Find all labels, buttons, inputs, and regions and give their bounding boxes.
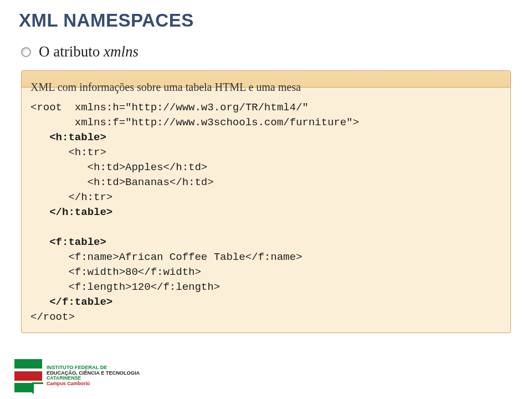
code-line	[30, 221, 37, 233]
circle-bullet-icon	[21, 47, 31, 57]
logo-corner	[32, 382, 43, 393]
ifc-logo-icon	[14, 359, 42, 392]
code-header-text: XML com informações sobre uma tabela HTM…	[30, 78, 502, 100]
code-line: </root>	[30, 311, 75, 323]
logo-band-green	[14, 359, 42, 369]
bullet-static: O atributo	[39, 43, 104, 60]
code-line: <h:td>Apples</h:td>	[30, 161, 207, 173]
footer-text: INSTITUTO FEDERAL DE EDUCAÇÃO, CIÊNCIA E…	[47, 365, 140, 387]
code-line: <h:tr>	[30, 146, 106, 158]
code-block: <root xmlns:h="http://www.w3.org/TR/html…	[30, 100, 502, 325]
code-line: xmlns:f="http://www.w3schools.com/furnit…	[30, 116, 359, 129]
code-line: <h:td>Bananas</h:td>	[30, 176, 214, 188]
code-line	[30, 131, 49, 144]
code-line: <f:name>African Coffee Table</f:name>	[30, 251, 302, 263]
bullet-italic: xmlns	[104, 43, 139, 60]
footer-line1: INSTITUTO FEDERAL DE	[47, 365, 140, 370]
footer-logo: INSTITUTO FEDERAL DE EDUCAÇÃO, CIÊNCIA E…	[14, 359, 140, 392]
logo-band-red	[14, 371, 42, 381]
code-line: <f:length>120</f:length>	[30, 281, 220, 293]
slide-title: XML NAMESPACES	[19, 10, 513, 31]
code-bold: </f:table>	[49, 296, 112, 308]
title-rest: AMESPACES	[77, 10, 194, 30]
bullet-item: O atributo xmlns	[21, 43, 513, 60]
code-line	[30, 236, 49, 248]
code-bold: </h:table>	[49, 206, 112, 218]
footer-line4: Campus Camboriú	[47, 381, 140, 387]
code-line: <root xmlns:h="http://www.w3.org/TR/html…	[30, 101, 309, 114]
code-bold: <f:table>	[49, 236, 106, 248]
code-line: </h:tr>	[30, 191, 112, 203]
title-prefix: XML N	[19, 10, 77, 30]
code-example-box: XML com informações sobre uma tabela HTM…	[21, 70, 511, 333]
code-line	[30, 206, 49, 218]
bullet-text: O atributo xmlns	[39, 43, 139, 60]
code-line: <f:width>80</f:width>	[30, 266, 201, 278]
code-line	[30, 296, 49, 308]
code-bold: <h:table>	[49, 131, 106, 144]
